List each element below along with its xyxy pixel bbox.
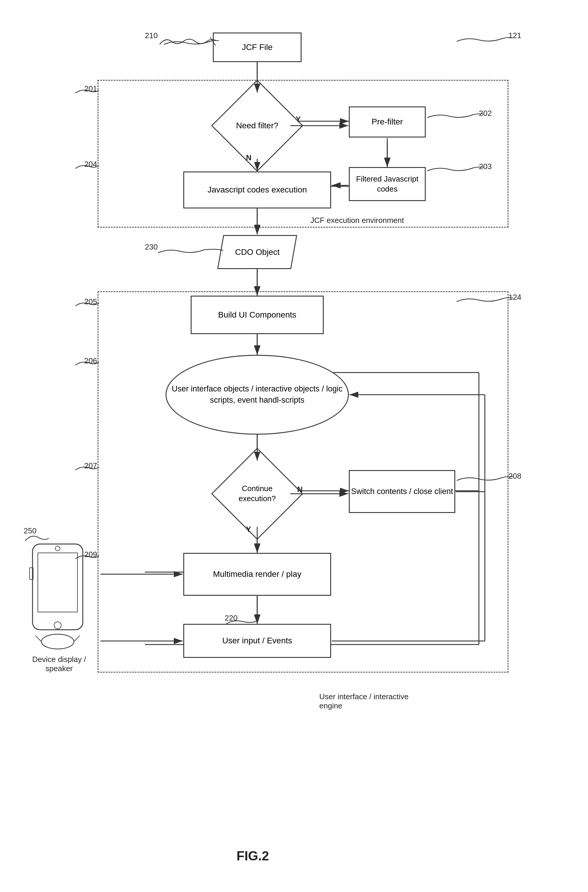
jcf-file-node: JCF File [213, 33, 302, 62]
switch-contents-label: Switch contents / close client [351, 486, 453, 497]
curly-205 [74, 300, 100, 309]
jcf-env-label: JCF execution environment [310, 216, 404, 225]
pre-filter-node: Pre-filter [349, 106, 426, 138]
n-continue-label: N [297, 485, 303, 494]
curly-206 [74, 359, 100, 368]
filtered-js-node: Filtered Javascript codes [349, 167, 426, 201]
curly-230 [157, 247, 225, 256]
diagram-container: JCF File 210 121 201 JCF execution envir… [0, 0, 588, 892]
device-label: Device display / speaker [18, 655, 100, 673]
curly-208 [455, 475, 514, 483]
user-input-label: User input / Events [222, 636, 292, 646]
filtered-js-label: Filtered Javascript codes [350, 174, 425, 194]
jcf-file-label: JCF File [242, 42, 273, 52]
js-execution-label: Javascript codes execution [207, 184, 307, 195]
label-230: 230 [145, 243, 158, 252]
curly-202 [426, 112, 485, 121]
js-execution-node: Javascript codes execution [183, 171, 331, 208]
multimedia-node: Multimedia render / play [183, 553, 331, 596]
user-input-node: User input / Events [183, 624, 331, 658]
y-filter-label: Y [296, 115, 301, 124]
switch-contents-node: Switch contents / close client [349, 470, 455, 513]
continue-exec-label: Continue execution? [225, 484, 290, 504]
svg-line-28 [36, 636, 41, 642]
curly-201 [74, 87, 100, 96]
svg-line-29 [74, 636, 80, 642]
svg-rect-23 [38, 553, 78, 612]
curly-207 [74, 464, 100, 473]
n-filter-label: N [246, 153, 252, 162]
curly-121 [455, 36, 514, 44]
build-ui-node: Build UI Components [190, 296, 324, 334]
ui-objects-label: User interface objects / interactive obj… [166, 384, 348, 406]
pre-filter-label: Pre-filter [372, 117, 403, 127]
y-continue-label: Y [246, 525, 251, 534]
continue-exec-node: Continue execution? [225, 461, 290, 526]
label-210: 210 [145, 31, 158, 40]
multimedia-label: Multimedia render / play [213, 569, 302, 580]
need-filter-label: Need filter? [236, 120, 278, 131]
curly-209 [74, 553, 100, 562]
ui-objects-node: User interface objects / interactive obj… [165, 355, 349, 435]
svg-point-24 [55, 546, 60, 551]
pointer-210 [210, 37, 222, 49]
cdo-object-node: CDO Object [220, 235, 294, 269]
build-ui-label: Build UI Components [218, 310, 297, 320]
svg-point-25 [54, 622, 61, 629]
curly-203 [426, 165, 485, 174]
svg-line-21 [210, 37, 216, 46]
cdo-object-label: CDO Object [235, 247, 280, 257]
curly-124 [455, 296, 514, 304]
svg-point-27 [41, 634, 74, 649]
fig-label: FIG.2 [237, 849, 269, 864]
ui-engine-label: User interface / interactive engine [319, 683, 408, 711]
need-filter-node: Need filter? [225, 93, 290, 158]
curly-204 [74, 163, 100, 171]
